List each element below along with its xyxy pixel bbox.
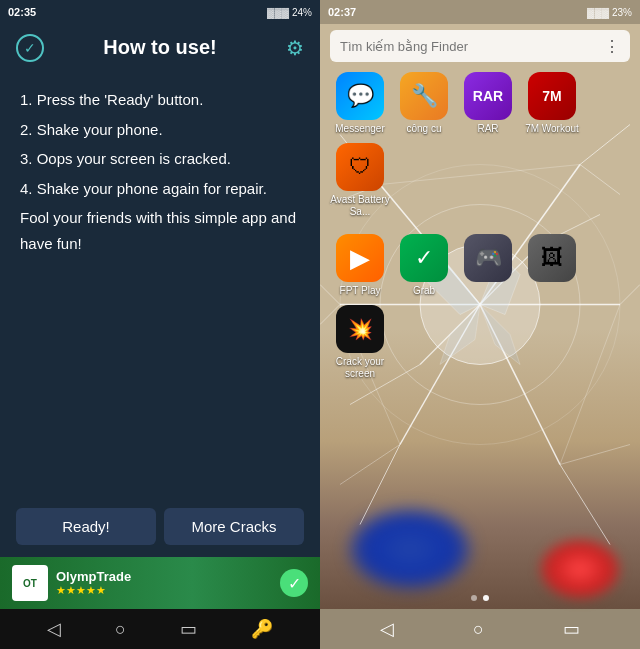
fpt-icon: ▶ bbox=[336, 234, 384, 282]
app-grab-label: Grab bbox=[413, 285, 435, 297]
ad-stars: ★★★★★ bbox=[56, 584, 280, 597]
right-nav-recent-icon[interactable]: ▭ bbox=[563, 618, 580, 640]
messenger-icon: 💬 bbox=[336, 72, 384, 120]
left-header: ✓ How to use! ⚙ bbox=[0, 24, 320, 71]
app-grab[interactable]: ✓ Grab bbox=[392, 234, 456, 297]
grab-icon: ✓ bbox=[400, 234, 448, 282]
toy-blob-blue bbox=[350, 509, 470, 589]
ad-title: OlympTrade bbox=[56, 569, 280, 584]
left-time: 02:35 bbox=[8, 6, 36, 18]
app-unknown1[interactable]: 🎮 bbox=[456, 234, 520, 297]
7m-icon: 7M bbox=[528, 72, 576, 120]
check-icon: ✓ bbox=[24, 40, 36, 56]
cong-cu-icon: 🔧 bbox=[400, 72, 448, 120]
app-cong-cu-label: công cu bbox=[406, 123, 441, 135]
left-status-bar: 02:35 ▓▓▓ 24% bbox=[0, 0, 320, 24]
instruction-4: 4. Shake your phone again for repair. bbox=[20, 176, 300, 202]
app-cong-cu[interactable]: 🔧 công cu bbox=[392, 72, 456, 135]
nav-recent-icon[interactable]: ▭ bbox=[180, 618, 197, 640]
page-dots bbox=[320, 595, 640, 601]
app-grid-row2: ▶ FPT Play ✓ Grab 🎮 🖼 💥 Crack your scree… bbox=[320, 230, 640, 392]
ad-banner[interactable]: OT OlympTrade ★★★★★ ✓ bbox=[0, 557, 320, 609]
app-rar[interactable]: RAR RAR bbox=[456, 72, 520, 135]
app-7m-label: 7M Workout bbox=[525, 123, 579, 135]
page-title: How to use! bbox=[103, 36, 216, 59]
right-search-bar[interactable]: ⋮ bbox=[330, 30, 630, 62]
nav-extra-icon[interactable]: 🔑 bbox=[251, 618, 273, 640]
right-time: 02:37 bbox=[328, 6, 356, 18]
instruction-2: 2. Shake your phone. bbox=[20, 117, 300, 143]
rar-icon: RAR bbox=[464, 72, 512, 120]
toy-blob-red bbox=[540, 539, 620, 599]
app-avast[interactable]: 🛡 Avast Battery Sa... bbox=[328, 143, 392, 218]
right-nav-back-icon[interactable]: ◁ bbox=[380, 618, 394, 640]
right-status-icons: ▓▓▓ 23% bbox=[587, 7, 632, 18]
gear-icon[interactable]: ⚙ bbox=[286, 36, 304, 60]
dot-1 bbox=[471, 595, 477, 601]
left-status-icons: ▓▓▓ 24% bbox=[267, 7, 312, 18]
instruction-1: 1. Press the 'Ready' button. bbox=[20, 87, 300, 113]
right-nav-home-icon[interactable]: ○ bbox=[473, 619, 484, 640]
ready-button[interactable]: Ready! bbox=[16, 508, 156, 545]
unknown2-icon: 🖼 bbox=[528, 234, 576, 282]
dot-2 bbox=[483, 595, 489, 601]
instructions-content: 1. Press the 'Ready' button. 2. Shake yo… bbox=[0, 71, 320, 496]
right-status-bar: 02:37 ▓▓▓ 23% bbox=[320, 0, 640, 24]
avast-icon: 🛡 bbox=[336, 143, 384, 191]
more-cracks-button[interactable]: More Cracks bbox=[164, 508, 304, 545]
app-rar-label: RAR bbox=[477, 123, 498, 135]
left-panel: 02:35 ▓▓▓ 24% ✓ How to use! ⚙ 1. Press t… bbox=[0, 0, 320, 649]
app-avast-label: Avast Battery Sa... bbox=[328, 194, 392, 218]
nav-back-icon[interactable]: ◁ bbox=[47, 618, 61, 640]
app-messenger-label: Messenger bbox=[335, 123, 384, 135]
ad-badge: ✓ bbox=[280, 569, 308, 597]
app-messenger[interactable]: 💬 Messenger bbox=[328, 72, 392, 135]
footer-buttons: Ready! More Cracks bbox=[0, 496, 320, 557]
ad-text: OlympTrade ★★★★★ bbox=[56, 569, 280, 597]
left-status-battery: 24% bbox=[292, 7, 312, 18]
search-input[interactable] bbox=[340, 39, 604, 54]
right-panel: 02:37 ▓▓▓ 23% ⋮ 💬 Messenger 🔧 công cu RA… bbox=[320, 0, 640, 649]
crack-icon: 💥 bbox=[336, 305, 384, 353]
app-7m[interactable]: 7M 7M Workout bbox=[520, 72, 584, 135]
unknown1-icon: 🎮 bbox=[464, 234, 512, 282]
instruction-3: 3. Oops your screen is cracked. bbox=[20, 146, 300, 172]
right-status-battery: 23% bbox=[612, 7, 632, 18]
left-status-signal: ▓▓▓ bbox=[267, 7, 289, 18]
back-button[interactable]: ✓ bbox=[16, 34, 44, 62]
app-crack[interactable]: 💥 Crack your screen bbox=[328, 305, 392, 380]
app-fpt[interactable]: ▶ FPT Play bbox=[328, 234, 392, 297]
left-nav-bar: ◁ ○ ▭ 🔑 bbox=[0, 609, 320, 649]
right-nav-bar: ◁ ○ ▭ bbox=[320, 609, 640, 649]
app-fpt-label: FPT Play bbox=[340, 285, 381, 297]
right-status-signal: ▓▓▓ bbox=[587, 7, 609, 18]
app-grid-row1: 💬 Messenger 🔧 công cu RAR RAR 7M 7M Work… bbox=[320, 68, 640, 230]
nav-home-icon[interactable]: ○ bbox=[115, 619, 126, 640]
menu-icon[interactable]: ⋮ bbox=[604, 37, 620, 56]
instruction-5: Fool your friends with this simple app a… bbox=[20, 205, 300, 256]
ad-logo: OT bbox=[12, 565, 48, 601]
app-unknown2[interactable]: 🖼 bbox=[520, 234, 584, 297]
app-crack-label: Crack your screen bbox=[328, 356, 392, 380]
